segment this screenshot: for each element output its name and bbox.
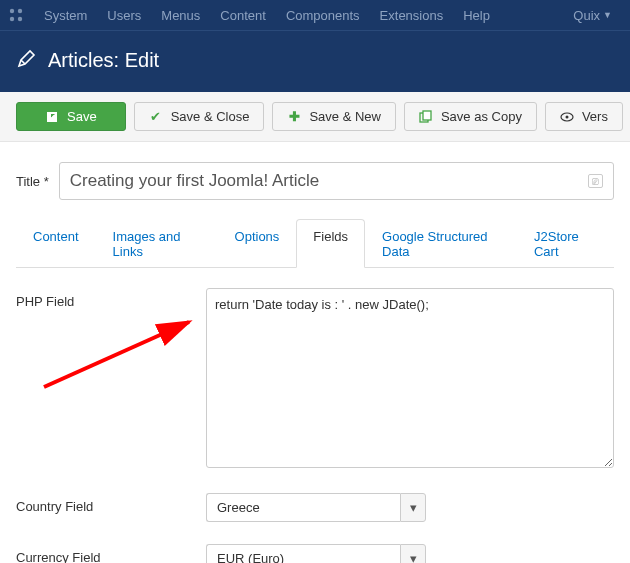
country-select-value: Greece [206, 493, 400, 522]
currency-field-label: Currency Field [16, 544, 196, 563]
tab-fields[interactable]: Fields [296, 219, 365, 268]
tab-bar: Content Images and Links Options Fields … [16, 218, 614, 268]
versions-button[interactable]: Vers [545, 102, 623, 131]
tab-content[interactable]: Content [16, 219, 96, 268]
action-toolbar: Save ✔ Save & Close ✚ Save & New Save as… [0, 92, 630, 142]
svg-point-8 [565, 115, 568, 118]
check-icon: ✔ [149, 109, 163, 124]
caret-down-icon[interactable]: ▾ [400, 493, 426, 522]
copy-icon [419, 110, 433, 123]
save-copy-button[interactable]: Save as Copy [404, 102, 537, 131]
tab-j2store[interactable]: J2Store Cart [517, 219, 614, 268]
currency-field-row: Currency Field EUR (Euro) ▾ [16, 544, 614, 563]
country-field-row: Country Field Greece ▾ [16, 493, 614, 522]
plus-icon: ✚ [287, 109, 301, 124]
svg-rect-6 [423, 111, 431, 120]
svg-point-3 [18, 17, 22, 21]
svg-point-0 [10, 9, 14, 13]
tab-options[interactable]: Options [218, 219, 297, 268]
input-indicator-icon: ⎚ [588, 174, 603, 188]
svg-point-1 [18, 9, 22, 13]
title-field-row: Title * Creating your first Joomla! Arti… [16, 162, 614, 200]
tab-images-links[interactable]: Images and Links [96, 219, 218, 268]
currency-select-value: EUR (Euro) [206, 544, 400, 563]
save-new-button[interactable]: ✚ Save & New [272, 102, 396, 131]
page-header: Articles: Edit [0, 30, 630, 92]
save-close-button[interactable]: ✔ Save & Close [134, 102, 265, 131]
php-field-label: PHP Field [16, 288, 196, 309]
php-field-row: PHP Field [16, 288, 614, 471]
topbar-item-extensions[interactable]: Extensions [370, 0, 454, 30]
pencil-icon [16, 49, 36, 72]
country-field-label: Country Field [16, 493, 196, 514]
topbar-item-components[interactable]: Components [276, 0, 370, 30]
topbar-item-users[interactable]: Users [97, 0, 151, 30]
page-title: Articles: Edit [48, 49, 159, 72]
country-select[interactable]: Greece ▾ [206, 493, 426, 522]
title-input[interactable]: Creating your first Joomla! Article ⎚ [59, 162, 614, 200]
topbar-item-menus[interactable]: Menus [151, 0, 210, 30]
php-field-textarea[interactable] [206, 288, 614, 468]
content-area: Title * Creating your first Joomla! Arti… [0, 142, 630, 563]
caret-down-icon: ▼ [603, 10, 612, 20]
apply-icon [45, 111, 59, 123]
currency-select[interactable]: EUR (Euro) ▾ [206, 544, 426, 563]
admin-topbar: System Users Menus Content Components Ex… [0, 0, 630, 30]
caret-down-icon[interactable]: ▾ [400, 544, 426, 563]
versions-icon [560, 112, 574, 122]
topbar-item-quix[interactable]: Quix▼ [563, 0, 622, 30]
topbar-item-help[interactable]: Help [453, 0, 500, 30]
topbar-item-content[interactable]: Content [210, 0, 276, 30]
title-label: Title * [16, 174, 49, 189]
tab-google-data[interactable]: Google Structured Data [365, 219, 517, 268]
topbar-item-system[interactable]: System [34, 0, 97, 30]
svg-point-2 [10, 17, 14, 21]
joomla-logo-icon [8, 7, 24, 23]
save-button[interactable]: Save [16, 102, 126, 131]
